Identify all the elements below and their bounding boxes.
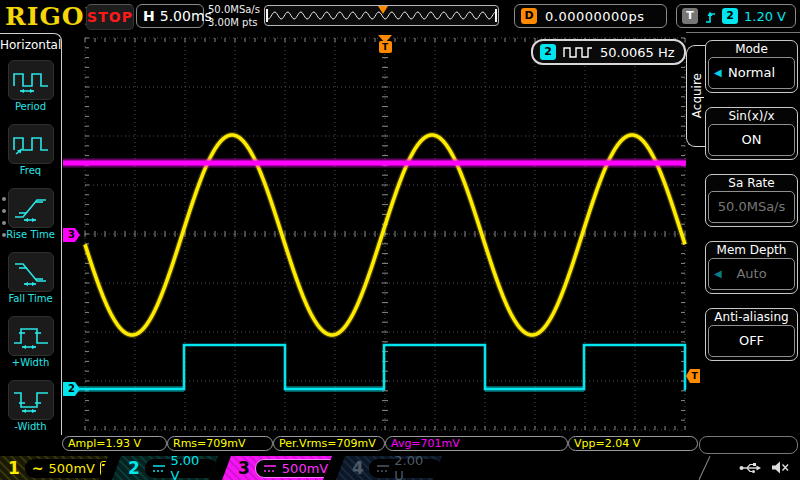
- trigger-badge: T: [682, 8, 698, 24]
- bnc-probe-icon: [100, 461, 113, 476]
- channel2-scale: 5.00 V: [170, 453, 211, 480]
- freq-icon: [12, 129, 50, 159]
- measurement-rms[interactable]: Rms=709mV: [167, 436, 273, 451]
- speaker-muted-icon: [770, 460, 790, 475]
- rise-time-icon: [12, 193, 50, 223]
- top-status-bar: RIGOL STOP H 5.00ms 50.0MSa/s 3.00M pts …: [0, 0, 800, 33]
- dc-coupling-icon: [376, 464, 389, 473]
- channel3-scale: 500mV: [282, 461, 328, 476]
- measure-item-rise-time[interactable]: Rise Time: [0, 188, 61, 252]
- sample-rate: 50.0MSa/s: [208, 3, 262, 16]
- waveform-preview-strip[interactable]: [264, 5, 499, 26]
- channel3-status-selected[interactable]: 3 500mV: [222, 456, 332, 480]
- fall-time-icon: [12, 257, 50, 287]
- horizontal-timebase-box[interactable]: H 5.00ms: [136, 4, 204, 28]
- freq-counter-channel-badge: 2: [540, 44, 556, 60]
- trigger-source-badge: 2: [722, 8, 738, 24]
- acquire-menu-tab: Acquire: [686, 45, 706, 147]
- measure-item-label: Period: [0, 100, 61, 113]
- softkey-mem-depth[interactable]: Mem Depth ◀ Auto: [705, 241, 798, 294]
- delay-badge: D: [521, 8, 537, 24]
- square-wave-icon: [563, 46, 593, 59]
- rising-edge-icon: [704, 9, 716, 24]
- trigger-readout-box[interactable]: T 2 1.20 V: [676, 4, 796, 28]
- measure-item-fall-time[interactable]: Fall Time: [0, 252, 61, 316]
- softkey-sinx[interactable]: Sin(x)/x ON: [705, 107, 798, 160]
- softkey-mode[interactable]: Mode ◀ Normal: [705, 40, 798, 93]
- channel1-status[interactable]: 1 ~ 500mV: [0, 456, 108, 480]
- left-menu-title: Horizontal: [0, 36, 61, 54]
- channel1-scale: 500mV: [49, 461, 95, 476]
- message-box: [699, 436, 798, 454]
- measurement-avg[interactable]: Avg=701mV: [385, 436, 568, 451]
- menu-scroll-dots: [2, 197, 6, 245]
- horizontal-measure-menu: Horizontal Period Freq Rise Time Fall Ti…: [0, 33, 62, 435]
- plus-width-icon: [12, 321, 50, 351]
- channel-status-bar: 1 ~ 500mV 2 5.00 V 3 500mV 4: [0, 456, 800, 480]
- measure-item-label: Rise Time: [0, 228, 61, 241]
- dc-coupling-icon: [152, 464, 166, 473]
- channel4-scale: 2.00 U: [394, 453, 435, 480]
- measurement-per-vrms[interactable]: Per.Vrms=709mV: [273, 436, 385, 451]
- dc-coupling-icon: [263, 464, 277, 473]
- softkey-anti-aliasing[interactable]: Anti-aliasing OFF: [705, 308, 798, 361]
- usb-icon: [738, 460, 762, 475]
- delay-value: 0.00000000ps: [545, 9, 645, 24]
- measure-item-label: -Width: [0, 420, 61, 433]
- measure-item-freq[interactable]: Freq: [0, 124, 61, 188]
- run-state-button[interactable]: STOP: [86, 4, 134, 30]
- delay-readout-box[interactable]: D 0.00000000ps: [514, 4, 667, 28]
- channel4-status[interactable]: 4 2.00 U: [336, 456, 442, 480]
- minus-width-icon: [12, 385, 50, 415]
- timebase-value: 5.00ms: [160, 8, 212, 24]
- graticule-and-traces: [62, 33, 690, 435]
- freq-counter-value: 50.0065 Hz: [600, 45, 675, 60]
- measure-item-period[interactable]: Period: [0, 60, 61, 124]
- horizontal-label: H: [143, 8, 155, 24]
- frequency-counter-badge: 2 50.0065 Hz: [531, 39, 686, 65]
- measurement-vpp[interactable]: Vpp=2.04 V: [568, 436, 698, 451]
- preview-trigger-position-icon[interactable]: [378, 6, 388, 14]
- sample-rate-readout: 50.0MSa/s 3.00M pts: [208, 3, 262, 29]
- statusbar-divider: [699, 456, 711, 480]
- acquire-softkey-menu: Acquire Mode ◀ Normal Sin(x)/x ON Sa Rat…: [686, 33, 800, 435]
- measure-item-label: Fall Time: [0, 292, 61, 305]
- channel2-status[interactable]: 2 5.00 V: [112, 456, 218, 480]
- left-arrow-icon: ◀: [714, 259, 722, 289]
- softkey-sa-rate: Sa Rate 50.0MSa/s: [705, 174, 798, 227]
- left-arrow-icon: ◀: [714, 58, 722, 88]
- acquire-menu-title: Acquire: [690, 73, 704, 118]
- waveform-display: T 2 50.0065 Hz 3 2: [62, 33, 690, 435]
- memory-points: 3.00M pts: [208, 16, 262, 29]
- trigger-position-marker[interactable]: T: [372, 35, 398, 53]
- measure-item-minus-width[interactable]: -Width: [0, 380, 61, 444]
- ac-coupling-icon: ~: [32, 463, 44, 473]
- measure-item-label: Freq: [0, 164, 61, 177]
- period-icon: [12, 65, 50, 95]
- measurement-ampl[interactable]: Ampl=1.93 V: [62, 436, 167, 451]
- measurement-results-bar: Ampl=1.93 V Rms=709mV Per.Vrms=709mV Avg…: [62, 436, 698, 453]
- measure-item-plus-width[interactable]: +Width: [0, 316, 61, 380]
- measure-item-label: +Width: [0, 356, 61, 369]
- trigger-level-value: 1.20 V: [744, 9, 786, 24]
